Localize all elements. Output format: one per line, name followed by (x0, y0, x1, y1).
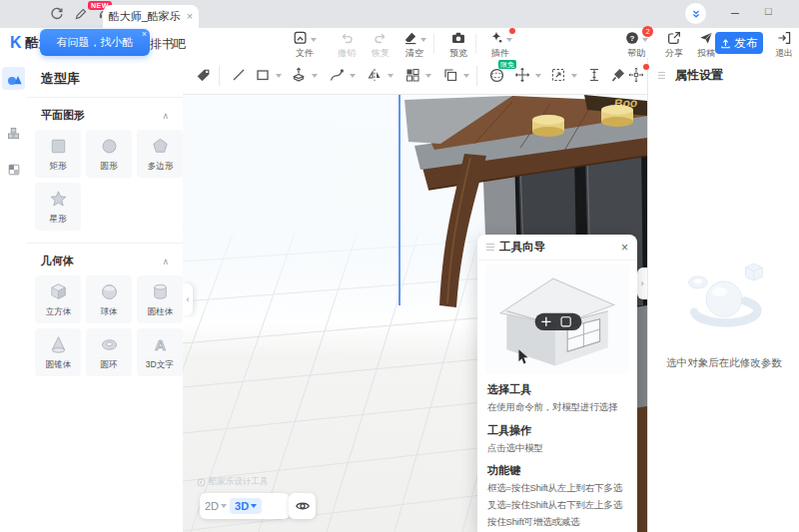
view-2d-button[interactable]: 2D (205, 500, 227, 512)
browser-tab-bar: NEW 酷大师_酷家乐 × – □ (0, 0, 799, 28)
path-tool[interactable] (329, 67, 347, 85)
format-painter-tool[interactable] (610, 67, 628, 85)
preview-button[interactable]: 预览 (439, 30, 477, 60)
section-solids[interactable]: 几何体 ∧ (27, 244, 183, 275)
shape-item-cylinder[interactable]: 圆柱体 (137, 275, 183, 323)
toolbar-divider (433, 34, 434, 54)
measure-tool[interactable] (586, 67, 604, 85)
dropdown-caret[interactable] (276, 74, 282, 78)
shape-item-torus[interactable]: 圆环 (86, 328, 132, 376)
wizard-header[interactable]: 工具向导 × (477, 235, 637, 261)
shape-item-rectangle[interactable]: 矩形 (35, 130, 81, 178)
shape-item-star[interactable]: 星形 (35, 183, 81, 231)
cylinder-icon (150, 281, 171, 302)
assistant-tooltip[interactable]: 有问题，找小酷 × (40, 29, 150, 56)
wizard-body: 选择工具 在使用命令前，对模型进行选择 工具操作 点击选中模型 功能键 框选=按… (477, 382, 637, 532)
cone-icon (48, 334, 69, 355)
file-button[interactable]: 文件 (286, 30, 324, 60)
toolbar-divider (476, 66, 477, 86)
eraser-icon (402, 30, 418, 46)
assistant-tooltip-text: 有问题，找小酷 (57, 35, 134, 50)
collapse-chevron-icon[interactable]: ∧ (162, 111, 169, 121)
dropdown-caret[interactable] (463, 74, 469, 78)
refresh-icon[interactable] (50, 7, 64, 21)
mirror-tool[interactable] (367, 67, 385, 85)
shape-item-polygon[interactable]: 多边形 (137, 130, 183, 178)
redo-button[interactable]: 恢复 (362, 30, 400, 60)
toolbar-divider (475, 34, 476, 54)
properties-panel: 属性设置 选中对象后在此修改参数 (647, 58, 799, 532)
material-sphere-tool[interactable]: 限免 (488, 67, 506, 85)
view-mode-toggle: 2D 3D (200, 493, 290, 519)
tab-close-icon[interactable]: × (187, 11, 193, 22)
expand-right-panel-handle[interactable]: › (637, 267, 647, 299)
minimize-button[interactable]: – (731, 4, 739, 20)
app-tab[interactable]: 酷大师_酷家乐 × (103, 5, 199, 28)
copy-tool[interactable] (442, 67, 460, 85)
shape-item-cube[interactable]: 立方体 (35, 275, 81, 323)
wizard-close-icon[interactable]: × (621, 242, 628, 254)
clear-button[interactable]: 清空 (396, 30, 433, 60)
panel-title: 造型库 (27, 58, 183, 98)
array-tool[interactable] (404, 67, 422, 85)
view-3d-button[interactable]: 3D (230, 498, 262, 514)
kool-master-app: NEW 酷大师_酷家乐 × – □ K 酷大师 排书吧 有问题，找小酷 × 文件… (0, 0, 799, 532)
shape-item-3d-text[interactable]: A 3D文字 (137, 328, 183, 376)
visibility-button[interactable] (289, 493, 316, 519)
scale-tool[interactable] (550, 67, 568, 85)
line-tool[interactable] (231, 67, 249, 85)
move-tool[interactable] (514, 67, 532, 85)
gizmo-move-tool[interactable] (628, 67, 646, 85)
shape-item-circle[interactable]: 圆形 (86, 130, 132, 178)
material-tag-tool[interactable] (195, 67, 213, 85)
3d-text-icon: A (150, 334, 171, 355)
properties-empty-state: 选中对象后在此修改参数 (648, 253, 799, 370)
tooltip-close-icon[interactable]: × (142, 29, 147, 40)
maximize-button[interactable]: □ (765, 5, 772, 17)
wizard-section-heading: 选择工具 (487, 382, 627, 397)
shape-item-sphere[interactable]: 球体 (86, 275, 132, 323)
sphere-icon (99, 281, 120, 302)
rail-materials[interactable] (2, 158, 25, 181)
app-toolbar: K 酷大师 排书吧 有问题，找小酷 × 文件 撤销 恢复 清空 预览 (0, 28, 799, 59)
drag-handle-icon[interactable] (486, 244, 494, 251)
dropdown-caret[interactable] (388, 74, 394, 78)
rectangle-tool[interactable] (255, 67, 273, 85)
watermark-logo-icon (197, 478, 206, 487)
dropdown-caret[interactable] (312, 74, 318, 78)
torus-icon (99, 334, 120, 355)
undo-button[interactable]: 撤销 (328, 30, 366, 60)
undo-icon (339, 30, 355, 46)
watermark: 酷家乐设计工具 (197, 476, 269, 488)
rectangle-icon (48, 136, 69, 157)
drag-handle-icon[interactable] (658, 72, 665, 79)
edit-icon[interactable] (74, 7, 88, 21)
plugin-button[interactable]: 插件 (481, 30, 519, 60)
tool-wizard-popup: 工具向导 × (477, 235, 637, 532)
notification-dot (509, 28, 515, 34)
collapse-chevrons-button[interactable] (685, 3, 706, 24)
share-icon (666, 30, 682, 46)
dropdown-caret[interactable] (571, 74, 577, 78)
shape-item-cone[interactable]: 圆锥体 (35, 328, 81, 376)
help-button[interactable]: ?2 帮助 (617, 30, 655, 60)
rail-geometry[interactable] (2, 122, 25, 145)
house-illustration (488, 266, 626, 372)
document-title[interactable]: 排书吧 (150, 36, 186, 53)
exit-button[interactable]: 退出 (765, 30, 799, 60)
collapse-chevron-icon[interactable]: ∧ (162, 257, 169, 266)
eye-icon (295, 498, 311, 514)
rail-shapes-library[interactable] (2, 67, 25, 90)
push-pull-tool[interactable] (291, 67, 309, 85)
help-badge: 2 (642, 26, 653, 37)
shapes-icon (6, 71, 22, 87)
shape-library-panel: 造型库 平面图形 ∧ 矩形 圆形 多边形 星形 几何体 (27, 58, 184, 532)
cube-icon (48, 281, 69, 302)
viewport-canvas[interactable]: Boo 酷家乐设计工具 (183, 94, 647, 532)
dropdown-caret[interactable] (350, 74, 356, 78)
dropdown-caret[interactable] (535, 74, 541, 78)
publish-button[interactable]: 发布 (715, 32, 763, 54)
collapse-left-panel-handle[interactable]: ‹ (183, 283, 193, 315)
dropdown-caret[interactable] (425, 74, 431, 78)
section-flat-shapes[interactable]: 平面图形 ∧ (27, 98, 183, 130)
